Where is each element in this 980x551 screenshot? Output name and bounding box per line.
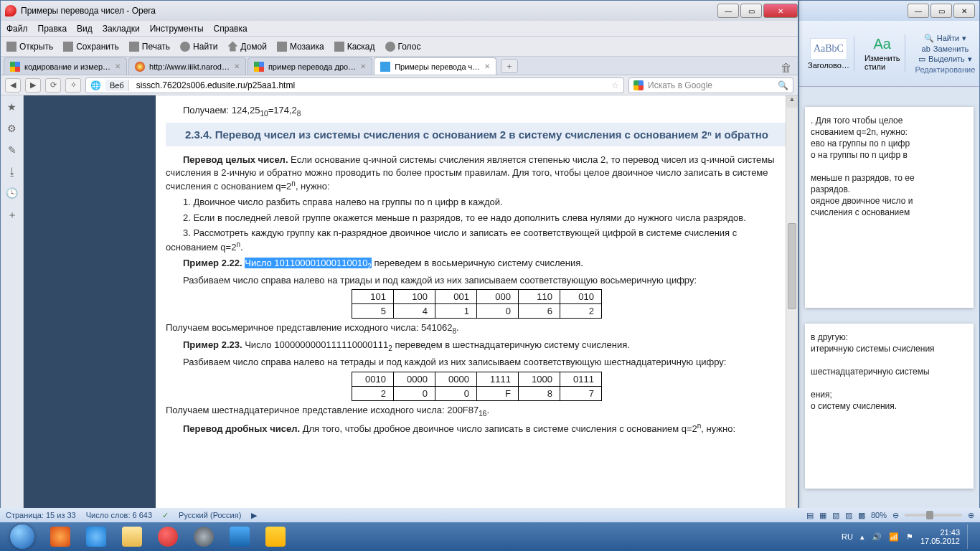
minimize-button[interactable]: — [717,4,739,18]
web-badge[interactable]: Веб [105,80,129,91]
tray-time: 21:43 [920,528,960,537]
google-icon [633,80,644,90]
scroll-up-icon[interactable]: ▲ [786,95,798,108]
zoom-thumb[interactable] [926,511,933,519]
search-icon[interactable]: 🔍 [778,80,788,90]
address-field[interactable]: 🌐 Веб sissch.76202s006.edusite.ru/p25aa1… [85,77,624,93]
view-draft-icon[interactable]: ▩ [858,511,865,520]
menu-tools[interactable]: Инструменты [150,24,204,34]
style-preview[interactable]: AaBbC [810,38,847,60]
word-close-button[interactable]: ✕ [953,4,975,18]
tool-print[interactable]: Печать [129,42,170,52]
word-restore-button[interactable]: ▭ [930,4,952,18]
forward-button[interactable]: ▶ [25,78,41,93]
panel-notes-icon[interactable]: ✎ [8,144,17,156]
tool-save[interactable]: Сохранить [63,42,119,52]
page-content[interactable]: Получаем: 124,2510=174,28 2.3.4. Перевод… [156,95,798,522]
opera-toolbar: Открыть Сохранить Печать Найти Домой Моз… [1,37,798,57]
view-web-icon[interactable]: ▧ [832,511,839,520]
ribbon-editing-group: 🔍Найти ▾ abЗаменить ▭Выделить ▾ Редактир… [911,32,980,75]
taskbar-hp[interactable] [187,524,221,549]
word-document-page-1[interactable]: . Для того чтобы целое снованием q=2n, н… [805,107,974,308]
back-button[interactable]: ◀ [5,78,21,93]
tray-volume-icon[interactable]: 🔊 [872,532,882,542]
bookmark-star-icon[interactable]: ☆ [611,80,619,90]
tray-clock[interactable]: 21:43 17.05.2012 [920,528,960,545]
tool-find[interactable]: Найти [180,42,217,52]
word-document-page-2[interactable]: в другую: итеричную системы счисления ше… [805,324,974,489]
tool-tile[interactable]: Мозаика [277,42,324,52]
tab-close-icon[interactable]: ✕ [115,62,121,70]
opera-titlebar[interactable]: Примеры перевода чисел - Opera — ▭ ✕ [1,1,798,21]
tray-action-icon[interactable]: ⚑ [906,532,913,542]
menu-view[interactable]: Вид [77,24,93,34]
panel-bookmarks-icon[interactable]: ★ [7,101,17,113]
status-proofing-icon[interactable]: ✓ [162,511,169,520]
tab-4-active[interactable]: Примеры перевода ч…✕ [374,57,496,75]
new-tab-button[interactable]: ＋ [501,59,518,73]
vertical-scrollbar[interactable]: ▲ ▼ [786,95,798,522]
find-label: Найти [937,34,959,42]
ribbon-change-styles[interactable]: Aa Изменить стили [860,34,905,72]
panel-add-icon[interactable]: ＋ [7,209,17,222]
tray-arrow-icon[interactable]: ▴ [860,532,864,542]
maximize-button[interactable]: ▭ [740,4,762,18]
tab-close-icon[interactable]: ✕ [484,62,490,70]
tool-home[interactable]: Домой [227,42,267,52]
status-lang[interactable]: Русский (Россия) [179,511,241,519]
find-button[interactable]: 🔍Найти ▾ [924,34,966,43]
taskbar-explorer[interactable] [115,524,149,549]
taskbar-ie[interactable] [79,524,113,549]
view-print-icon[interactable]: ▤ [806,511,814,520]
status-words[interactable]: Число слов: 6 643 [86,511,152,519]
replace-button[interactable]: abЗаменить [922,44,969,53]
wand-button[interactable]: ✧ [65,78,81,93]
taskbar-opera[interactable] [151,524,185,549]
menu-help[interactable]: Справка [214,24,248,34]
panel-history-icon[interactable]: 🕓 [6,187,18,199]
closed-tabs-icon[interactable]: 🗑 [781,62,792,75]
tab-label: пример перевода дро… [268,62,356,71]
tab-1[interactable]: кодирование и измер…✕ [4,57,127,75]
taskbar-wmp[interactable] [43,524,77,549]
tray-lang[interactable]: RU [842,532,853,541]
start-button[interactable] [3,524,42,550]
search-field[interactable]: Искать в Google 🔍 [628,77,793,93]
close-button[interactable]: ✕ [763,4,798,18]
view-read-icon[interactable]: ▦ [819,511,826,520]
favicon-icon [135,62,145,72]
opera-window: Примеры перевода чисел - Opera — ▭ ✕ Фай… [0,0,798,538]
status-page[interactable]: Страница: 15 из 33 [6,511,76,519]
zoom-out-icon[interactable]: ⊖ [892,511,899,520]
tool-cascade[interactable]: Каскад [334,42,375,52]
zoom-slider[interactable] [905,514,962,517]
tab-close-icon[interactable]: ✕ [360,62,366,70]
zoom-value[interactable]: 80% [871,511,887,519]
page-text: Пример 2.23. Число 100000000011111000011… [166,339,788,353]
tab-3[interactable]: пример перевода дро…✕ [248,57,372,75]
view-outline-icon[interactable]: ▨ [845,511,852,520]
doc-line: снованием q=2n, нужно: [811,127,968,137]
panel-downloads-icon[interactable]: ⭳ [7,166,17,177]
tool-open[interactable]: Открыть [6,42,53,52]
tray-network-icon[interactable]: 📶 [889,532,899,542]
word-minimize-button[interactable]: — [908,4,929,18]
panel-widgets-icon[interactable]: ⚙ [7,123,17,134]
scroll-thumb[interactable] [788,223,796,309]
menu-file[interactable]: Файл [6,24,28,34]
menu-bookmarks[interactable]: Закладки [103,24,140,34]
taskbar-paint[interactable] [258,524,293,549]
ribbon-styles-group[interactable]: AaBbC Заголово… [804,37,854,71]
tool-voice[interactable]: Голос [385,42,421,52]
doc-line: разрядов. [811,184,968,194]
tab-close-icon[interactable]: ✕ [234,62,240,70]
tab-2[interactable]: http://www.iiikt.narod…✕ [128,57,246,75]
tile-icon [277,42,287,52]
show-desktop-button[interactable] [967,524,973,549]
menu-edit[interactable]: Правка [38,24,67,34]
select-button[interactable]: ▭Выделить ▾ [918,55,972,64]
status-macro-icon[interactable]: ▶ [251,511,257,520]
reload-button[interactable]: ⟳ [45,78,61,93]
zoom-in-icon[interactable]: ⊕ [968,511,974,520]
taskbar-word[interactable] [222,524,257,549]
